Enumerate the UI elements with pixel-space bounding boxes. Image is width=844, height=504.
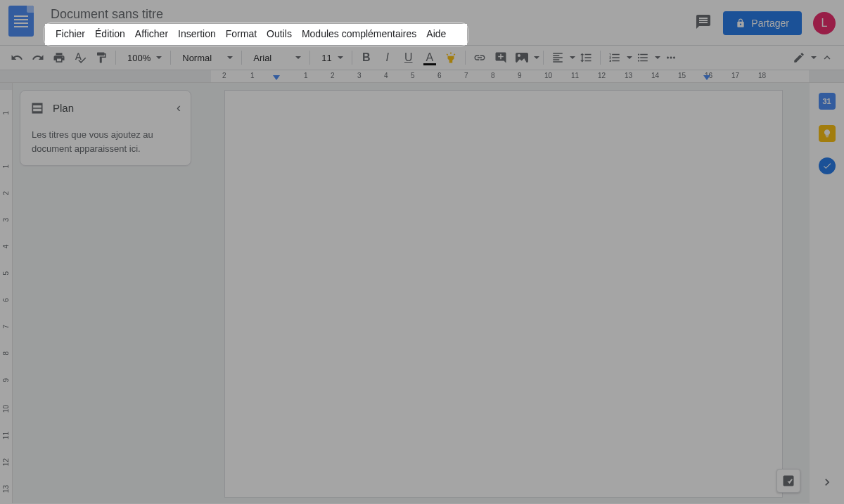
indent-marker-left[interactable] bbox=[273, 75, 280, 80]
chevron-down-icon bbox=[811, 56, 817, 59]
undo-button[interactable] bbox=[7, 48, 27, 67]
format-paint-button[interactable] bbox=[91, 48, 111, 67]
document-title[interactable]: Document sans titre bbox=[48, 6, 695, 23]
tasks-addon-icon[interactable] bbox=[819, 157, 836, 174]
font-family-select[interactable]: Arial bbox=[246, 48, 305, 67]
menu-format[interactable]: Format bbox=[221, 25, 262, 42]
ruler-tick: 1 bbox=[250, 72, 255, 79]
bulleted-list-button[interactable] bbox=[633, 48, 653, 67]
ruler-tick: 10 bbox=[544, 72, 552, 79]
editing-mode-button[interactable] bbox=[789, 48, 809, 67]
chevron-down-icon bbox=[295, 56, 301, 59]
share-label: Partager bbox=[751, 18, 789, 29]
more-button[interactable] bbox=[661, 48, 681, 67]
ruler-tick: 13 bbox=[625, 72, 632, 79]
indent-marker-right[interactable] bbox=[703, 75, 710, 80]
user-avatar[interactable]: L bbox=[813, 12, 836, 34]
separator bbox=[115, 51, 116, 65]
ruler-tick: 5 bbox=[411, 72, 415, 79]
ruler-tick: 2 bbox=[2, 191, 10, 195]
ruler-tick: 3 bbox=[357, 72, 362, 79]
ruler-tick: 4 bbox=[384, 72, 388, 79]
menu-insert[interactable]: Insertion bbox=[173, 25, 221, 42]
docs-logo-icon[interactable] bbox=[8, 6, 34, 37]
ruler-tick: 1 bbox=[2, 111, 10, 115]
ruler-tick: 9 bbox=[518, 72, 522, 79]
horizontal-ruler[interactable]: 2 1 1 2 3 4 5 6 7 8 9 10 11 12 13 14 15 … bbox=[0, 70, 844, 83]
ruler-margin-left bbox=[0, 70, 211, 82]
highlight-button[interactable] bbox=[441, 48, 461, 67]
workspace: 1 1 2 3 4 5 6 7 8 9 10 11 12 13 Plan ‹ L… bbox=[0, 83, 844, 503]
ruler-tick: 10 bbox=[2, 405, 10, 413]
ruler-tick: 7 bbox=[2, 325, 10, 329]
align-combo[interactable] bbox=[548, 48, 575, 67]
separator bbox=[543, 51, 544, 65]
spellcheck-button[interactable] bbox=[70, 48, 90, 67]
align-button[interactable] bbox=[548, 48, 568, 67]
menu-help[interactable]: Aide bbox=[421, 25, 451, 42]
ruler-tick: 13 bbox=[2, 485, 10, 493]
chevron-down-icon bbox=[655, 56, 660, 59]
separator bbox=[465, 51, 466, 65]
separator bbox=[170, 51, 171, 65]
side-panel-expand-button[interactable] bbox=[820, 475, 834, 492]
ruler-tick: 8 bbox=[491, 72, 495, 79]
chevron-down-icon bbox=[570, 56, 575, 59]
ruler-tick: 5 bbox=[2, 271, 10, 276]
explore-button[interactable] bbox=[776, 469, 800, 493]
menu-addons[interactable]: Modules complémentaires bbox=[297, 25, 421, 42]
keep-addon-icon[interactable] bbox=[819, 125, 836, 142]
bulleted-list-combo[interactable] bbox=[633, 48, 660, 67]
insert-link-button[interactable] bbox=[470, 48, 490, 67]
underline-button[interactable]: U bbox=[399, 48, 418, 67]
header-right: Partager L bbox=[695, 6, 836, 35]
redo-button[interactable] bbox=[28, 48, 48, 67]
ruler-margin-top bbox=[0, 83, 12, 90]
ruler-tick: 6 bbox=[437, 72, 442, 79]
print-button[interactable] bbox=[49, 48, 69, 67]
calendar-addon-icon[interactable]: 31 bbox=[819, 93, 836, 110]
outline-collapse-button[interactable]: ‹ bbox=[177, 101, 181, 115]
ruler-tick: 15 bbox=[678, 72, 686, 79]
insert-image-button[interactable] bbox=[512, 48, 532, 67]
document-page[interactable] bbox=[224, 90, 783, 498]
outline-card: Plan ‹ Les titres que vous ajoutez au do… bbox=[20, 90, 191, 166]
ruler-tick: 11 bbox=[571, 72, 579, 79]
vertical-ruler[interactable]: 1 1 2 3 4 5 6 7 8 9 10 11 12 13 bbox=[0, 83, 13, 503]
ruler-tick: 12 bbox=[2, 458, 10, 466]
comments-icon[interactable] bbox=[695, 13, 712, 33]
numbered-list-combo[interactable] bbox=[605, 48, 632, 67]
add-comment-button[interactable] bbox=[491, 48, 511, 67]
line-spacing-button[interactable] bbox=[576, 48, 596, 67]
toolbar: 100% Normal Arial 11 B I U A bbox=[0, 45, 844, 70]
bold-button[interactable]: B bbox=[357, 48, 376, 67]
ruler-tick: 17 bbox=[731, 72, 739, 79]
ruler-tick: 9 bbox=[2, 378, 10, 382]
ruler-tick: 2 bbox=[331, 72, 335, 79]
numbered-list-button[interactable] bbox=[605, 48, 625, 67]
ruler-tick: 14 bbox=[651, 72, 659, 79]
menu-edit[interactable]: Édition bbox=[90, 25, 130, 42]
ruler-tick: 11 bbox=[2, 432, 10, 439]
menu-file[interactable]: Fichier bbox=[51, 25, 90, 42]
italic-button[interactable]: I bbox=[378, 48, 397, 67]
menu-tools[interactable]: Outils bbox=[262, 25, 297, 42]
zoom-select[interactable]: 100% bbox=[120, 48, 166, 67]
text-color-button[interactable]: A bbox=[420, 48, 440, 67]
outline-empty-text: Les titres que vous ajoutez au document … bbox=[30, 128, 181, 155]
font-size-select[interactable]: 11 bbox=[314, 48, 347, 67]
editing-mode-combo[interactable] bbox=[789, 48, 816, 67]
chevron-down-icon bbox=[227, 56, 233, 59]
ruler-tick: 2 bbox=[222, 72, 226, 79]
ruler-tick: 1 bbox=[304, 72, 308, 79]
app-header: Document sans titre Fichier Édition Affi… bbox=[0, 0, 844, 45]
separator bbox=[241, 51, 242, 65]
paragraph-style-select[interactable]: Normal bbox=[175, 48, 237, 67]
collapse-toolbar-button[interactable] bbox=[817, 48, 837, 67]
insert-image-combo[interactable] bbox=[512, 48, 539, 67]
ruler-tick: 12 bbox=[598, 72, 606, 79]
menu-view[interactable]: Afficher bbox=[130, 25, 173, 42]
separator bbox=[352, 51, 352, 65]
outline-icon bbox=[30, 101, 44, 115]
share-button[interactable]: Partager bbox=[723, 11, 802, 35]
